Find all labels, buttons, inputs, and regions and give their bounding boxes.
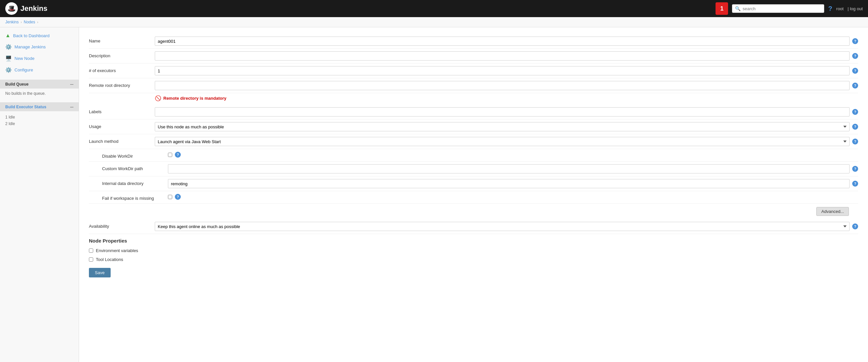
executors-input[interactable] — [155, 66, 849, 75]
executor-1: 1 Idle — [5, 114, 73, 121]
build-queue-body: No builds in the queue. — [0, 89, 79, 98]
sidebar-item-new-node[interactable]: 🖥️ New Node — [0, 53, 79, 64]
labels-control: ? — [155, 107, 858, 117]
form-row-remote-root: Remote root directory ? — [89, 78, 858, 93]
executors-control: ? — [155, 66, 858, 75]
tool-locations-label: Tool Locations — [96, 257, 123, 262]
description-help-btn[interactable]: ? — [852, 53, 858, 59]
disable-workdir-checkbox[interactable] — [168, 153, 172, 157]
help-icon[interactable]: ? — [828, 5, 832, 12]
remote-root-input[interactable] — [155, 81, 849, 90]
logout-link[interactable]: | log out — [847, 6, 863, 11]
env-vars-label: Environment variables — [96, 248, 138, 253]
labels-label: Labels — [89, 107, 155, 114]
form-row-availability: Availability Keep this agent online as m… — [89, 219, 858, 234]
custom-workdir-label: Custom WorkDir path — [102, 164, 168, 171]
custom-workdir-control: ? — [168, 164, 858, 173]
advanced-button[interactable]: Advanced... — [816, 207, 849, 216]
name-control: ? — [155, 36, 858, 46]
executors-label: # of executors — [89, 66, 155, 73]
build-executor-title[interactable]: Build Executor Status — [5, 105, 46, 109]
main-content: Name ? Description ? # of executors ? Re… — [79, 27, 868, 362]
labels-input[interactable] — [155, 107, 849, 117]
description-label: Description — [89, 51, 155, 58]
name-input[interactable] — [155, 36, 849, 46]
new-node-icon: 🖥️ — [5, 55, 12, 62]
env-vars-checkbox[interactable] — [89, 249, 93, 253]
disable-workdir-control: ? — [168, 152, 858, 158]
build-queue-title: Build Queue — [5, 82, 29, 87]
form-row-labels: Labels ? — [89, 105, 858, 120]
fail-workspace-help-btn[interactable]: ? — [175, 194, 181, 200]
build-executor-body: 1 Idle 2 Idle — [0, 111, 79, 130]
build-queue-collapse-icon[interactable]: — — [70, 83, 73, 86]
launch-select[interactable]: Launch agent via Java Web Start Launch a… — [155, 137, 849, 146]
back-label: Back to Dashboard — [13, 33, 50, 38]
availability-help-btn[interactable]: ? — [852, 224, 858, 229]
sidebar-item-back[interactable]: ▲ Back to Dashboard — [0, 30, 79, 41]
sidebar-item-configure[interactable]: ⚙️ Configure — [0, 64, 79, 76]
form-row-fail-workspace: Fail if workspace is missing ? — [89, 191, 858, 204]
usage-control: Use this node as much as possible Only b… — [155, 122, 858, 131]
form-row-custom-workdir: Custom WorkDir path ? — [89, 162, 858, 176]
form-row-disable-workdir: Disable WorkDir ? — [89, 149, 858, 162]
custom-workdir-help-btn[interactable]: ? — [852, 166, 858, 172]
form-row-executors: # of executors ? — [89, 64, 858, 78]
remote-root-control: ? — [155, 81, 858, 90]
description-input[interactable] — [155, 51, 849, 61]
notification-badge[interactable]: 1 — [716, 2, 728, 15]
tool-locations-checkbox[interactable] — [89, 257, 93, 262]
fail-workspace-label: Fail if workspace is missing — [102, 194, 168, 201]
disable-workdir-label: Disable WorkDir — [102, 152, 168, 159]
internal-data-help-btn[interactable]: ? — [852, 181, 858, 187]
jenkins-logo-icon: 🎩 — [5, 2, 18, 15]
search-icon: 🔍 — [735, 6, 741, 11]
sidebar: ▲ Back to Dashboard ⚙️ Manage Jenkins 🖥️… — [0, 27, 79, 362]
usage-label: Usage — [89, 122, 155, 129]
usage-help-btn[interactable]: ? — [852, 124, 858, 130]
build-executor-collapse-icon[interactable]: — — [70, 105, 73, 109]
launch-control: Launch agent via Java Web Start Launch a… — [155, 137, 858, 146]
back-icon: ▲ — [5, 33, 10, 38]
form-row-usage: Usage Use this node as much as possible … — [89, 120, 858, 134]
user-label: root — [836, 6, 844, 11]
search-input[interactable] — [743, 6, 821, 11]
build-queue-section: Build Queue — No builds in the queue. — [0, 79, 79, 98]
usage-select[interactable]: Use this node as much as possible Only b… — [155, 122, 849, 131]
breadcrumb: Jenkins › Nodes › — [0, 17, 868, 27]
fail-workspace-control: ? — [168, 194, 858, 200]
fail-workspace-checkbox[interactable] — [168, 195, 172, 199]
name-help-btn[interactable]: ? — [852, 38, 858, 44]
configure-label: Configure — [14, 67, 33, 72]
executor-2: 2 Idle — [5, 121, 73, 127]
form-row-internal-data: Internal data directory ? — [89, 176, 858, 191]
labels-help-btn[interactable]: ? — [852, 109, 858, 115]
availability-select[interactable]: Keep this agent online as much as possib… — [155, 222, 849, 231]
save-button[interactable]: Save — [89, 268, 111, 277]
breadcrumb-sep-1: › — [21, 21, 22, 24]
configure-icon: ⚙️ — [5, 67, 12, 73]
form-row-error: 🚫 Remote directory is mandatory — [89, 93, 858, 105]
internal-data-input[interactable] — [168, 179, 849, 188]
form-row-name: Name ? — [89, 34, 858, 49]
sidebar-item-manage[interactable]: ⚙️ Manage Jenkins — [0, 41, 79, 53]
disable-workdir-help-btn[interactable]: ? — [175, 152, 181, 158]
error-icon: 🚫 — [155, 95, 161, 101]
availability-control: Keep this agent online as much as possib… — [155, 222, 858, 231]
new-node-label: New Node — [14, 56, 35, 61]
remote-root-help-btn[interactable]: ? — [852, 83, 858, 89]
app-title: Jenkins — [21, 4, 48, 13]
launch-help-btn[interactable]: ? — [852, 138, 858, 144]
build-executor-section: Build Executor Status — 1 Idle 2 Idle — [0, 102, 79, 130]
node-properties-title: Node Properties — [89, 234, 858, 246]
build-queue-header: Build Queue — — [0, 80, 79, 89]
breadcrumb-jenkins[interactable]: Jenkins — [5, 20, 19, 24]
breadcrumb-nodes[interactable]: Nodes — [24, 20, 35, 24]
build-executor-header: Build Executor Status — — [0, 103, 79, 111]
advanced-row: Advanced... — [89, 204, 858, 219]
executors-help-btn[interactable]: ? — [852, 68, 858, 74]
error-text: Remote directory is mandatory — [163, 96, 226, 101]
custom-workdir-input[interactable] — [168, 164, 849, 173]
availability-label: Availability — [89, 222, 155, 229]
description-control: ? — [155, 51, 858, 61]
